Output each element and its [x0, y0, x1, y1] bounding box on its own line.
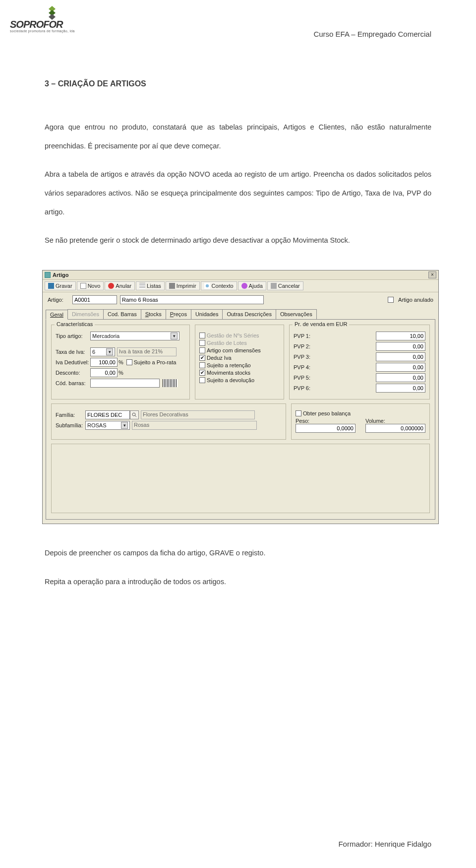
blank-lower-area	[51, 444, 430, 513]
retencao-checkbox[interactable]	[199, 362, 205, 368]
subfamilia-desc: Rosas	[132, 421, 257, 430]
artigo-anulado-label: Artigo anulado	[398, 297, 433, 303]
chevron-down-icon: ▾	[121, 422, 128, 429]
abort-icon	[271, 283, 277, 289]
logo: SOPROFOR sociedade promotora de formação…	[10, 5, 79, 33]
obter-peso-label: Obter peso balança	[303, 410, 351, 416]
list-icon	[139, 283, 145, 289]
tab-precos[interactable]: Preços	[166, 309, 191, 319]
contexto-button[interactable]: Contexto	[201, 281, 237, 290]
devolucao-label: Sujeito a devolução	[207, 377, 254, 383]
pvp1-input[interactable]	[376, 332, 425, 340]
imprimir-button[interactable]: Imprimir	[166, 281, 200, 290]
window-title: Artigo	[53, 272, 68, 278]
taxa-iva-dropdown[interactable]: 6▾	[90, 347, 115, 356]
familia-input[interactable]	[85, 410, 130, 419]
tipo-artigo-dropdown[interactable]: Mercadoria▾	[90, 332, 179, 340]
cancel-icon	[108, 283, 114, 289]
cod-barras-input[interactable]	[90, 379, 160, 388]
volume-label: Volume:	[365, 418, 425, 424]
logo-icon	[45, 5, 60, 20]
pvp3-input[interactable]	[376, 352, 425, 361]
paragraph-3: Se não pretende gerir o stock de determi…	[45, 231, 431, 250]
artigo-anulado-checkbox[interactable]	[388, 297, 394, 303]
movimenta-stocks-checkbox[interactable]	[199, 370, 205, 376]
print-icon	[169, 283, 175, 289]
pvp6-input[interactable]	[376, 384, 425, 393]
gns-label: Gestão de Nºs Séries	[207, 333, 259, 338]
pvp4-label: PVP 4:	[294, 364, 318, 370]
novo-button[interactable]: Novo	[77, 281, 104, 290]
paragraph-4: Depois de preencher os campos da ficha d…	[45, 544, 431, 563]
devolucao-checkbox[interactable]	[199, 377, 205, 383]
pvp5-label: PVP 5:	[294, 375, 318, 381]
group-pv-legend: Pr. de venda em EUR	[293, 321, 349, 327]
volume-input[interactable]	[365, 424, 425, 433]
help-icon	[241, 283, 247, 289]
tipo-artigo-label: Tipo artigo:	[56, 333, 90, 339]
gns-checkbox[interactable]	[199, 333, 205, 338]
gravar-button[interactable]: Gravar	[45, 281, 76, 290]
pvp2-label: PVP 2:	[294, 343, 318, 349]
tab-unidades[interactable]: Unidades	[191, 309, 223, 319]
subfamilia-label: Subfamília:	[56, 422, 85, 428]
iva-dedutivel-input[interactable]	[90, 358, 118, 367]
context-icon	[204, 283, 210, 289]
ajuda-button[interactable]: Ajuda	[238, 281, 266, 290]
search-icon	[132, 412, 137, 417]
acd-checkbox[interactable]	[199, 347, 205, 353]
prorata-checkbox[interactable]	[126, 359, 132, 365]
tab-strip: Geral Dimensões Cod. Barras Stocks Preço…	[43, 309, 438, 319]
familia-lookup-button[interactable]	[130, 410, 139, 419]
iva-dedutivel-label: Iva Dedutível:	[56, 359, 90, 365]
deduz-iva-checkbox[interactable]	[199, 355, 205, 361]
taxa-iva-label: Taxa de Iva:	[56, 349, 90, 355]
toolbar: Gravar Novo Anular Listas Imprimir Conte…	[43, 280, 438, 292]
tab-dimensoes[interactable]: Dimensões	[67, 309, 104, 319]
section-heading: 3 – CRIAÇÃO DE ARTIGOS	[45, 79, 431, 88]
prorata-label: Sujeito a Pro-rata	[134, 359, 177, 365]
desconto-label: Desconto:	[56, 370, 90, 376]
peso-input[interactable]	[296, 424, 356, 433]
subfamilia-dropdown[interactable]: ROSAS▾	[85, 421, 130, 430]
barcode-icon	[163, 379, 178, 387]
tab-outras[interactable]: Outras Descrições	[222, 309, 276, 319]
artigo-code-input[interactable]	[72, 295, 117, 304]
artigo-dialog: Artigo × Gravar Novo Anular Listas Impri…	[42, 270, 439, 524]
tab-observacoes[interactable]: Observações	[276, 309, 317, 319]
peso-label: Peso:	[296, 418, 356, 424]
pvp5-input[interactable]	[376, 373, 425, 382]
pvp2-input[interactable]	[376, 342, 425, 351]
tab-cod-barras[interactable]: Cod. Barras	[103, 309, 141, 319]
paragraph-5: Repita a operação para a introdução de t…	[45, 573, 431, 592]
tab-geral[interactable]: Geral	[46, 310, 68, 320]
iva-dedutivel-pct: %	[119, 359, 123, 365]
retencao-label: Sujeito a retenção	[207, 362, 251, 368]
acd-label: Artigo com dimensões	[207, 347, 261, 353]
anular-button[interactable]: Anular	[105, 281, 135, 290]
cancelar-button[interactable]: Cancelar	[267, 281, 303, 290]
logo-tagline: sociedade promotora de formação, lda	[10, 29, 79, 33]
tab-stocks[interactable]: Stocks	[141, 309, 166, 319]
group-caracteristicas-legend: Características	[55, 321, 95, 327]
familia-desc: Flores Decorativas	[141, 410, 255, 419]
cod-barras-label: Cód. barras:	[56, 380, 90, 386]
deduz-iva-label: Deduz Iva	[207, 355, 232, 361]
artigo-desc-input[interactable]	[120, 295, 264, 304]
pvp3-label: PVP 3:	[294, 354, 318, 360]
movimenta-stocks-label: Movimenta stocks	[207, 370, 250, 376]
svg-line-1	[135, 415, 136, 417]
gl-label: Gestão de Lotes	[207, 340, 247, 346]
footer-formador: Formador: Henrique Fidalgo	[338, 840, 431, 848]
close-button[interactable]: ×	[428, 271, 436, 278]
course-title: Curso EFA – Empregado Comercial	[313, 30, 431, 38]
artigo-label: Artigo:	[48, 297, 69, 303]
titlebar: Artigo ×	[43, 270, 438, 280]
chevron-down-icon: ▾	[171, 333, 178, 339]
listas-button[interactable]: Listas	[136, 281, 165, 290]
paragraph-1: Agora que entrou no produto, constatará …	[45, 118, 431, 155]
obter-peso-checkbox[interactable]	[296, 410, 301, 416]
desconto-input[interactable]	[90, 368, 118, 377]
pvp4-input[interactable]	[376, 363, 425, 372]
gl-checkbox[interactable]	[199, 340, 205, 346]
